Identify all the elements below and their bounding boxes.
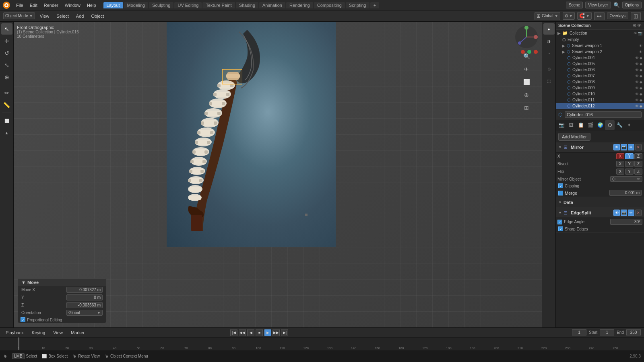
outliner-item-cyl4[interactable]: ⬡ Cylinder.004 👁 ◆	[556, 55, 644, 61]
viewport-shading-solid[interactable]: ●	[543, 23, 555, 35]
timeline-playhead[interactable]	[19, 337, 19, 350]
prop-icon-modifier[interactable]: 🔧	[615, 120, 624, 130]
tab-layout[interactable]: Layout	[103, 2, 123, 8]
timeline-view-label[interactable]: View	[51, 329, 65, 336]
start-frame[interactable]	[600, 329, 614, 335]
modifier-realtime2[interactable]: 👁	[613, 210, 620, 216]
fly-mode-btn[interactable]: ✈	[521, 64, 532, 75]
axis-y-btn[interactable]: Y	[625, 153, 634, 159]
outliner-item-cyl9[interactable]: ⬡ Cylinder.009 👁 ◆	[556, 85, 644, 91]
modifier-render[interactable]: 📷	[621, 144, 627, 150]
render-icon2[interactable]: ◆	[640, 80, 642, 84]
outliner-item-cyl10[interactable]: ⬡ Cylinder.010 👁 ◆	[556, 91, 644, 97]
next-frame-btn[interactable]: ▶▶	[272, 329, 280, 336]
end-frame[interactable]	[626, 329, 641, 335]
sharp-edges-checkbox[interactable]: ✓	[558, 226, 563, 231]
prop-icon-world[interactable]: 🌍	[595, 120, 605, 130]
render-icon2[interactable]: ◆	[640, 92, 642, 96]
tab-animation[interactable]: Animation	[259, 2, 285, 8]
modifier-realtime[interactable]: 👁	[613, 144, 620, 150]
outliner-item-cyl11[interactable]: ⬡ Cylinder.011 👁 ◆	[556, 97, 644, 103]
mode-dropdown[interactable]: Object Mode ▼	[3, 12, 35, 19]
render-icon2[interactable]: ◆	[640, 62, 642, 66]
vis-icon[interactable]: 👁	[635, 80, 639, 84]
viewport-shading-render[interactable]: ○	[543, 47, 555, 59]
tab-compositing[interactable]: Compositing	[314, 2, 345, 8]
tab-uv-editing[interactable]: UV Editing	[174, 2, 202, 8]
tab-sculpting[interactable]: Sculpting	[149, 2, 173, 8]
tool-transform[interactable]: ⊕	[1, 72, 12, 83]
vis-icon[interactable]: 👁	[635, 62, 639, 66]
tool-rotate[interactable]: ↺	[1, 47, 12, 59]
mirror-obj-field[interactable]: ⬡ ✏	[610, 176, 642, 182]
merge-value[interactable]: 0.001 m	[609, 190, 642, 196]
outliner-item-cyl12[interactable]: ⬡ Cylinder.012 👁 ◆	[556, 103, 644, 109]
prev-frame-btn[interactable]: ◀	[247, 329, 254, 336]
tab-modeling[interactable]: Modeling	[124, 2, 149, 8]
render-icon[interactable]: 📷	[638, 31, 642, 35]
prop-icon-render[interactable]: 📷	[557, 120, 566, 130]
modifier-edit2[interactable]: ✏	[628, 210, 634, 216]
prop-icon-particles[interactable]: ✦	[624, 120, 634, 130]
menu-render[interactable]: Render	[41, 2, 61, 8]
modifier-delete[interactable]: ✕	[635, 144, 642, 150]
vis-icon[interactable]: 👁	[635, 86, 639, 90]
prop-icon-view[interactable]: 📋	[576, 120, 586, 130]
move-z-value[interactable]: -0.003663 m	[66, 302, 103, 308]
outliner-item-cyl5[interactable]: ⬡ Cylinder.005 👁 ◆	[556, 61, 644, 67]
bisect-x-btn[interactable]: X	[616, 161, 625, 167]
vis-icon[interactable]: 👁	[639, 50, 642, 54]
flip-x-btn[interactable]: X	[616, 169, 625, 175]
vis-icon[interactable]: 👁	[639, 44, 642, 48]
outliner-item-cyl7[interactable]: ⬡ Cylinder.007 👁 ◆	[556, 73, 644, 79]
jump-end-btn[interactable]: ▶|	[281, 329, 288, 336]
outliner-item-collection[interactable]: ▶ 📁 Collection 👁 📷	[556, 30, 644, 37]
render-icon2[interactable]: ◆	[640, 104, 642, 108]
axis-gizmo[interactable]	[514, 25, 539, 49]
tool-move[interactable]: ✛	[1, 35, 12, 47]
timeline-body[interactable]: 0 10 20 30 40 50 60 70 80 90 100 110 120…	[0, 337, 644, 350]
view-menu[interactable]: View	[37, 13, 52, 19]
view-options-btn[interactable]: ⊞	[521, 102, 532, 113]
show-xray-btn[interactable]: ◫	[631, 12, 641, 20]
tool-cursor[interactable]: ↖	[1, 23, 12, 35]
flip-y-btn[interactable]: Y	[625, 169, 634, 175]
options-btn[interactable]: Options	[622, 2, 642, 8]
move-x-value[interactable]: 0.007327 m	[66, 287, 103, 293]
data-header[interactable]: ▼ Data	[558, 199, 642, 206]
tool-annotate[interactable]: ✏	[1, 87, 12, 99]
outliner-item-cyl8[interactable]: ⬡ Cylinder.008 👁 ◆	[556, 79, 644, 85]
render-icon2[interactable]: ◆	[640, 56, 642, 60]
mirror-modifier-header[interactable]: ▼ ⊟ Mirror 👁 📷 ✏ ✕	[556, 142, 644, 152]
axis-z-btn[interactable]: Z	[634, 153, 642, 159]
prop-icon-object[interactable]: ⬡	[605, 120, 615, 130]
vis-icon[interactable]: 👁	[635, 92, 639, 96]
add-modifier-button[interactable]: Add Modifier	[558, 133, 590, 141]
snap-toggle[interactable]: 🧲 ▼	[577, 12, 592, 20]
vis-icon[interactable]: 👁	[635, 74, 639, 78]
tool-object-mode[interactable]: ⬜	[1, 115, 12, 126]
render-layer-name[interactable]: View Layer	[585, 2, 611, 8]
axis-x-btn[interactable]: X	[616, 153, 625, 159]
view-icon[interactable]: 👁	[637, 23, 642, 28]
tool-measure[interactable]: 📏	[1, 99, 12, 111]
modifier-render2[interactable]: 📷	[621, 210, 627, 216]
viewport-shading-mat[interactable]: ◑	[543, 35, 555, 47]
mirror-obj-edit[interactable]: ✏	[637, 177, 640, 181]
filter-icon[interactable]: ⊞	[632, 23, 636, 28]
modifier-delete2[interactable]: ✕	[635, 210, 642, 216]
tab-shading[interactable]: Shading	[236, 2, 258, 8]
tool-add-obj[interactable]: ▲	[1, 127, 12, 138]
outliner-item-cyl6[interactable]: ⬡ Cylinder.006 👁 ◆	[556, 67, 644, 73]
marker-label[interactable]: Marker	[68, 329, 87, 336]
bisect-z-btn[interactable]: Z	[634, 161, 642, 167]
scene-name[interactable]: Scene	[566, 2, 583, 8]
menu-file[interactable]: File	[14, 2, 26, 8]
vis-icon[interactable]: 👁	[635, 68, 639, 72]
proportional-checkbox[interactable]: ✓	[21, 317, 25, 322]
flip-z-btn[interactable]: Z	[634, 169, 642, 175]
vis-icon[interactable]: 👁	[635, 104, 639, 108]
search-icon[interactable]: 🔍	[613, 2, 620, 8]
orientation-dropdown[interactable]: Global ▼	[66, 310, 103, 316]
play-btn[interactable]: ▶	[264, 329, 271, 336]
